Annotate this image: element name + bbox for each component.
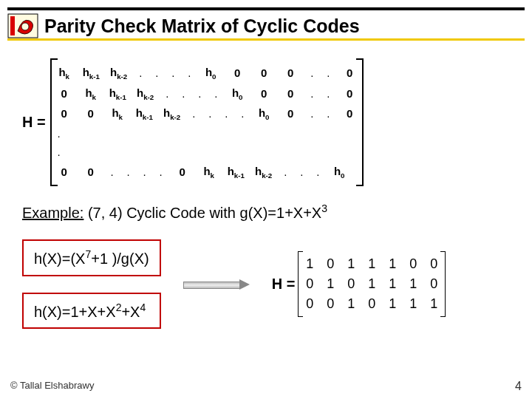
svg-rect-1 [10, 16, 15, 35]
svg-point-2 [21, 23, 29, 30]
page-title: Parity Check Matrix of Cyclic Codes [44, 16, 360, 37]
mid-section: h(X)=(X7+1 )/g(X) h(X)=1+X+X2+X4 H = 101… [22, 239, 510, 329]
page-number: 4 [515, 380, 522, 393]
arrow-icon [183, 279, 250, 290]
matrix-body: hkhk-1hk-2....h0000..0 0hkhk-1hk-2....h0… [50, 58, 364, 186]
small-matrix-body: 1011100 0101110 0010111 [298, 251, 446, 317]
accent-rule [7, 38, 525, 41]
example-lead: Example: [22, 205, 83, 221]
logo-icon [7, 13, 38, 38]
small-parity-matrix: H = 1011100 0101110 0010111 [272, 251, 446, 317]
small-matrix-label: H = [272, 276, 296, 293]
formula-box-2: h(X)=1+X+X2+X4 [22, 293, 161, 330]
example-text: (7, 4) Cyclic Code with g(X)=1+X+X [83, 205, 321, 221]
copyright: © Tallal Elshabrawy [10, 380, 94, 393]
example-line: Example: (7, 4) Cyclic Code with g(X)=1+… [22, 202, 510, 222]
example-sup: 3 [321, 202, 327, 214]
matrix-label: H = [22, 114, 46, 131]
formula-box-1: h(X)=(X7+1 )/g(X) [22, 239, 161, 276]
big-parity-matrix: H = hkhk-1hk-2....h0000..0 0hkhk-1hk-2..… [22, 58, 510, 186]
header: Parity Check Matrix of Cyclic Codes [0, 10, 532, 38]
formula-boxes: h(X)=(X7+1 )/g(X) h(X)=1+X+X2+X4 [22, 239, 161, 329]
footer: © Tallal Elshabrawy 4 [10, 380, 522, 393]
